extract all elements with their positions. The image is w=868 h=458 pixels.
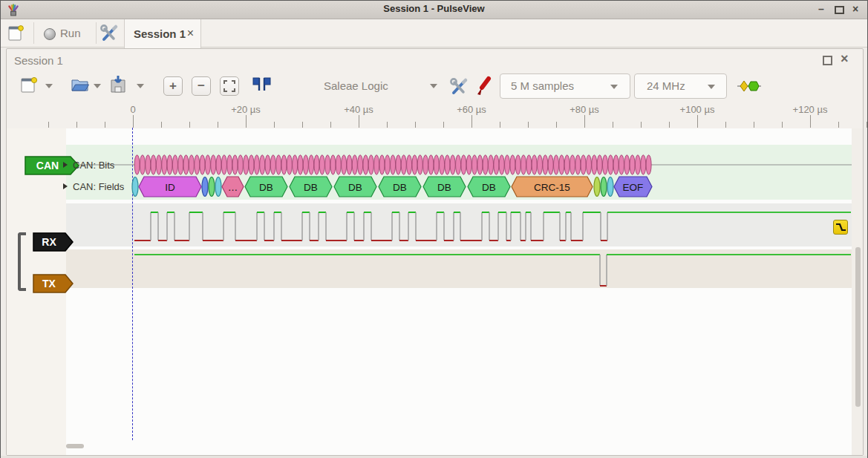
tx-channel-tag[interactable]: TX (33, 274, 74, 293)
close-button[interactable]: × (848, 2, 863, 16)
horizontal-scrollbar[interactable] (66, 444, 84, 448)
zoom-out-icon: − (198, 79, 205, 93)
probe-button[interactable] (474, 74, 494, 99)
new-session-dropdown-caret[interactable] (45, 84, 53, 88)
main-toolbar: Run Session 1 × (1, 19, 867, 48)
run-led-icon (44, 28, 56, 40)
bits-row-label: CAN: Bits (73, 160, 114, 171)
zoom-fit-icon (223, 80, 235, 92)
fields-row-label: CAN: Fields (73, 181, 124, 192)
device-select[interactable]: Saleae Logic (324, 79, 388, 92)
channels-wrench-icon (447, 75, 471, 97)
tx-tag-label: TX (42, 278, 56, 289)
run-label: Run (60, 27, 81, 39)
add-decoder-icon (737, 79, 761, 93)
vertical-scrollbar[interactable] (855, 247, 861, 407)
titlebar[interactable]: Session 1 - PulseView – × (1, 1, 867, 19)
sample-rate-caret (708, 85, 715, 89)
minimize-button[interactable]: – (814, 2, 829, 16)
falling-edge-icon (834, 220, 847, 234)
dock-title: Session 1 (14, 54, 63, 67)
dock-restore-button[interactable] (823, 56, 832, 65)
open-button[interactable] (70, 74, 91, 98)
zoom-in-icon: + (169, 79, 177, 93)
sample-rate-select[interactable]: 24 MHz (634, 73, 727, 99)
toolbar-separator (33, 22, 34, 44)
save-button[interactable] (108, 74, 129, 98)
probe-icon (474, 74, 494, 96)
save-dropdown-caret[interactable] (137, 84, 144, 88)
decoder-row-band (66, 145, 852, 200)
zoom-in-button[interactable]: + (163, 76, 183, 96)
save-icon (108, 74, 129, 95)
tx-channel-band (66, 249, 852, 288)
new-view-button[interactable] (5, 23, 29, 44)
channel-group-bracket[interactable] (18, 232, 26, 291)
maximize-button[interactable] (832, 2, 846, 16)
rx-tag-label: RX (42, 236, 56, 248)
pulseview-window: Session 1 - PulseView – × Run (0, 0, 868, 458)
dock-close-button[interactable]: × (841, 51, 849, 67)
can-tag-label: CAN (36, 160, 59, 171)
time-zero-cursor[interactable] (132, 128, 133, 440)
configure-channels-button[interactable] (447, 75, 471, 100)
new-view-icon (5, 23, 27, 44)
rx-channel-tag[interactable]: RX (33, 232, 74, 252)
settings-icon (98, 22, 120, 45)
add-decoder-button[interactable] (737, 79, 761, 96)
toolbar-separator (96, 22, 97, 44)
zoom-out-button[interactable]: − (192, 76, 211, 96)
rx-channel-band (66, 203, 852, 246)
sample-rate-value: 24 MHz (647, 79, 685, 92)
ruler-ticks (1, 102, 868, 128)
sample-count-value: 5 M samples (511, 79, 574, 92)
show-cursors-button[interactable] (252, 76, 273, 96)
tab-label: Session 1 (134, 27, 186, 40)
device-dropdown-caret[interactable] (430, 84, 437, 88)
maximize-icon (835, 6, 844, 14)
new-session-icon (19, 74, 39, 95)
bits-row-expander[interactable] (63, 162, 68, 168)
tab-close-icon[interactable]: × (187, 27, 194, 40)
zoom-fit-button[interactable] (220, 76, 239, 96)
trigger-marker[interactable] (833, 220, 848, 235)
open-folder-icon (70, 74, 91, 95)
fields-row-expander[interactable] (63, 183, 68, 189)
settings-button[interactable] (98, 22, 120, 45)
window-title: Session 1 - PulseView (1, 3, 867, 14)
sample-count-select[interactable]: 5 M samples (500, 73, 630, 99)
cursors-icon (252, 76, 273, 93)
run-button[interactable]: Run (39, 23, 91, 44)
new-session-button[interactable] (19, 74, 39, 98)
sample-count-caret (610, 85, 618, 89)
open-dropdown-caret[interactable] (94, 84, 101, 88)
